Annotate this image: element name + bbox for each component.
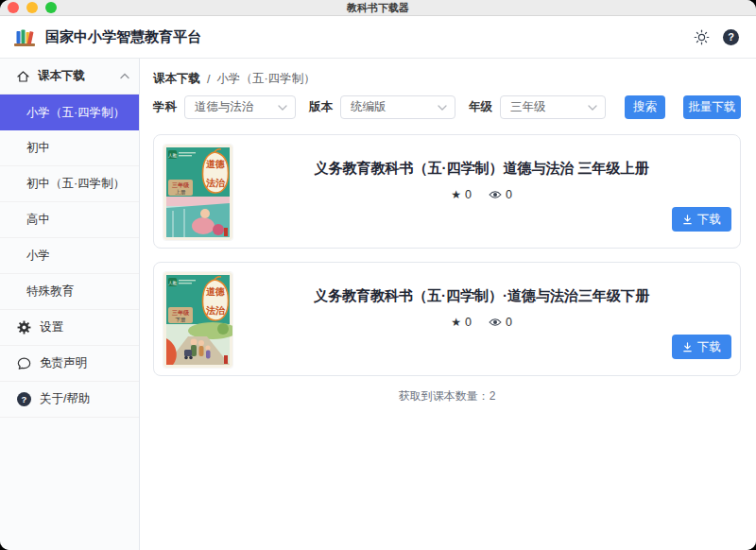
gear-icon — [17, 320, 31, 335]
grade-select[interactable]: 三年级 — [500, 95, 606, 119]
question-circle-icon: ? — [17, 392, 31, 406]
star-stat: ★ 0 — [451, 188, 472, 201]
star-stat: ★ 0 — [451, 316, 472, 329]
eye-icon — [489, 318, 502, 327]
sidebar-item-special-education[interactable]: 特殊教育 — [0, 274, 139, 310]
download-button[interactable]: 下载 — [672, 335, 731, 359]
sidebar-item-label: 特殊教育 — [26, 284, 74, 300]
app-title: 国家中小学智慧教育平台 — [45, 28, 201, 46]
edition-value: 统编版 — [351, 99, 438, 115]
book-list: 道德 法治 三年级 上册 人教 义务教育教科书（五·四学制）道德与法治 三年级上… — [153, 134, 741, 376]
download-icon — [682, 342, 693, 352]
star-count: 0 — [465, 188, 472, 201]
sidebar-group-label: 课本下载 — [38, 68, 85, 84]
subject-select[interactable]: 道德与法治 — [184, 95, 296, 119]
breadcrumb: 课本下载 / 小学（五·四学制） — [153, 71, 741, 87]
edition-label: 版本 — [309, 99, 333, 115]
breadcrumb-root[interactable]: 课本下载 — [153, 71, 200, 87]
help-icon[interactable]: ? — [723, 29, 739, 45]
star-icon: ★ — [451, 188, 461, 201]
view-count: 0 — [506, 188, 512, 201]
book-cover-volume1: 道德 法治 三年级 上册 人教 — [163, 145, 232, 240]
grade-value: 三年级 — [510, 99, 588, 115]
book-card: 道德 法治 三年级 上册 人教 义务教育教科书（五·四学制）道德与法治 三年级上… — [153, 134, 741, 249]
books-logo-icon — [12, 26, 37, 48]
titlebar: 教科书下载器 — [0, 0, 756, 16]
views-stat: 0 — [489, 316, 512, 329]
sidebar-item-junior-54[interactable]: 初中（五·四学制） — [0, 166, 139, 202]
sidebar-item-about-help[interactable]: ? 关于/帮助 — [0, 382, 139, 418]
breadcrumb-current: 小学（五·四学制） — [216, 71, 315, 87]
sidebar-item-label: 免责声明 — [40, 355, 87, 371]
svg-text:三年级: 三年级 — [172, 181, 190, 188]
svg-text:法治: 法治 — [205, 178, 226, 188]
sidebar-item-junior[interactable]: 初中 — [0, 130, 139, 166]
sidebar-item-label: 小学（五·四学制） — [26, 105, 125, 121]
breadcrumb-separator: / — [207, 73, 210, 86]
svg-text:道德: 道德 — [206, 159, 225, 169]
app-window: 教科书下载器 国家中小学智慧教育平台 — [0, 0, 756, 550]
sidebar-item-settings[interactable]: 设置 — [0, 310, 139, 346]
edition-select[interactable]: 统编版 — [340, 95, 455, 119]
filter-bar: 学科 道德与法治 版本 统编版 年级 三年级 搜索 批量下载 — [153, 95, 741, 119]
chevron-down-icon — [278, 105, 287, 111]
sidebar-item-disclaimer[interactable]: 免责声明 — [0, 346, 139, 382]
sidebar-item-label: 高中 — [26, 212, 50, 228]
svg-text:道德: 道德 — [206, 286, 225, 297]
download-label: 下载 — [697, 212, 721, 228]
book-cover-volume2: 道德 法治 三年级 下册 人教 — [163, 272, 232, 368]
sidebar-item-senior[interactable]: 高中 — [0, 202, 139, 238]
sidebar-item-label: 初中 — [26, 140, 50, 156]
main-content: 课本下载 / 小学（五·四学制） 学科 道德与法治 版本 统编版 年级 三年级 — [140, 59, 756, 550]
svg-text:下册: 下册 — [176, 317, 187, 323]
batch-download-button[interactable]: 批量下载 — [683, 95, 741, 119]
chat-bubble-icon — [17, 356, 31, 370]
sidebar-item-primary-54[interactable]: 小学（五·四学制） — [0, 95, 139, 130]
star-count: 0 — [465, 316, 472, 329]
download-button[interactable]: 下载 — [672, 207, 731, 232]
sidebar-item-label: 初中（五·四学制） — [26, 176, 125, 192]
book-card: 道德 法治 三年级 下册 人教 义务教育教科书（五·四学制）·道德与法治三年级下… — [153, 262, 741, 376]
download-label: 下载 — [697, 339, 721, 355]
sidebar-item-label: 小学 — [26, 248, 50, 264]
sidebar-item-primary[interactable]: 小学 — [0, 238, 139, 274]
download-icon — [682, 215, 693, 225]
book-stats: ★ 0 0 — [451, 316, 512, 329]
book-title: 义务教育教科书（五·四学制）道德与法治 三年级上册 — [314, 160, 648, 178]
subject-label: 学科 — [153, 99, 177, 115]
subject-value: 道德与法治 — [195, 99, 278, 115]
sidebar-item-label: 关于/帮助 — [40, 391, 90, 407]
book-title: 义务教育教科书（五·四学制）·道德与法治三年级下册 — [314, 287, 649, 305]
chevron-down-icon — [588, 105, 597, 111]
search-button[interactable]: 搜索 — [625, 95, 665, 119]
svg-text:上册: 上册 — [176, 189, 187, 196]
eye-icon — [489, 190, 502, 199]
home-icon — [16, 70, 30, 83]
book-stats: ★ 0 0 — [451, 188, 512, 201]
sidebar-item-label: 设置 — [40, 319, 63, 335]
window-title: 教科书下载器 — [0, 1, 756, 15]
grade-label: 年级 — [469, 99, 492, 115]
chevron-down-icon — [438, 105, 447, 111]
app-header: 国家中小学智慧教育平台 ? — [0, 16, 756, 59]
theme-toggle-sun-icon[interactable] — [693, 28, 710, 45]
sidebar-group-textbook-download[interactable]: 课本下载 — [0, 59, 139, 95]
sidebar: 课本下载 小学（五·四学制） 初中 初中（五·四学制） 高中 小学 特殊教育 — [0, 59, 140, 550]
svg-text:法治: 法治 — [205, 305, 226, 316]
views-stat: 0 — [489, 188, 512, 201]
star-icon: ★ — [451, 316, 461, 329]
view-count: 0 — [506, 316, 512, 329]
chevron-up-icon — [120, 73, 129, 79]
result-count: 获取到课本数量：2 — [153, 388, 741, 404]
svg-text:三年级: 三年级 — [172, 309, 190, 316]
